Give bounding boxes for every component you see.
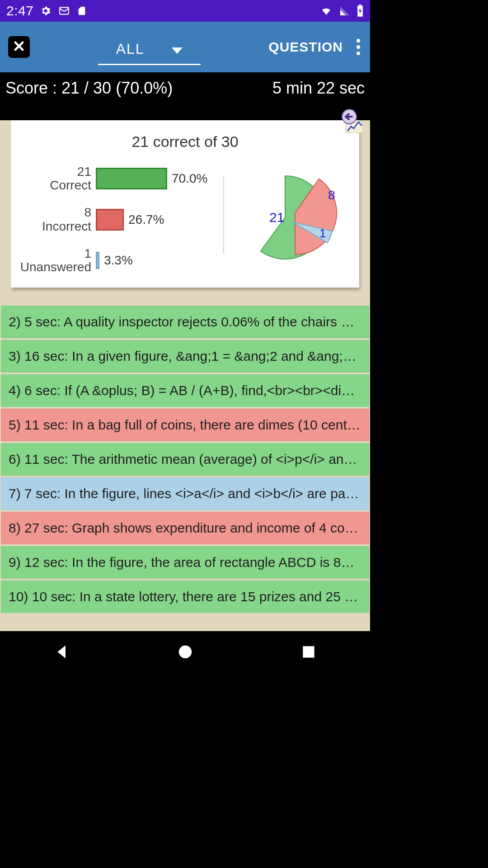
- legend-count: 8: [20, 206, 91, 219]
- results-chart-card: 21 correct of 30 21 Correct 70.0% 8: [11, 120, 359, 288]
- legend-series-name: Unanswered: [20, 260, 91, 274]
- chart-legend: 21 Correct 70.0% 8 Incorrect 2: [20, 165, 214, 274]
- legend-series-name: Correct: [20, 179, 91, 192]
- legend-pct: 26.7%: [128, 212, 164, 227]
- page-body: 21 correct of 30 21 Correct 70.0% 8: [0, 120, 370, 631]
- score-bar: Score : 21 / 30 (70.0%) 5 min 22 sec: [0, 72, 370, 104]
- pie-chart: 21 8 1: [229, 168, 350, 272]
- question-item[interactable]: 10) 10 sec: In a state lottery, there ar…: [1, 580, 369, 613]
- sd-card-icon: [77, 5, 87, 17]
- pie-label-incorrect: 8: [328, 188, 335, 202]
- app-bar: ALL QUESTION: [0, 22, 370, 72]
- filter-label: ALL: [116, 41, 145, 57]
- wifi-icon: [319, 5, 333, 16]
- score-text: Score : 21 / 30 (70.0%): [5, 79, 173, 98]
- question-list[interactable]: 2) 5 sec: A quality inspector rejects 0.…: [0, 306, 370, 613]
- legend-row-unanswered: 1 Unanswered 3.3%: [20, 247, 214, 274]
- pie-label-correct: 21: [269, 210, 284, 225]
- battery-charging-icon: [357, 5, 364, 17]
- chart-divider: [223, 176, 224, 254]
- question-item[interactable]: 3) 16 sec: In a given figure, &ang;1 = &…: [1, 340, 369, 373]
- gmail-icon: [58, 5, 70, 17]
- status-clock: 2:47: [6, 3, 33, 19]
- question-item[interactable]: 6) 11 sec: The arithmetic mean (average)…: [1, 443, 369, 476]
- android-nav-bar: [0, 631, 370, 658]
- android-status-bar: 2:47: [0, 0, 370, 22]
- filter-dropdown[interactable]: ALL: [98, 34, 201, 65]
- question-item[interactable]: 7) 7 sec: In the figure, lines <i>a</i> …: [1, 477, 369, 510]
- legend-count: 21: [20, 165, 91, 179]
- nav-home-button[interactable]: [177, 643, 194, 658]
- legend-row-correct: 21 Correct 70.0%: [20, 165, 214, 192]
- svg-rect-2: [359, 5, 361, 5]
- bar-unanswered: [96, 252, 99, 269]
- question-item[interactable]: 5) 11 sec: In a bag full of coins, there…: [1, 409, 369, 441]
- settings-icon: [40, 5, 52, 17]
- bar-correct: [96, 168, 167, 189]
- results-history-button[interactable]: [338, 108, 364, 133]
- overflow-menu-button[interactable]: [355, 36, 362, 58]
- question-item[interactable]: 8) 27 sec: Graph shows expenditure and i…: [1, 512, 369, 544]
- legend-pct: 70.0%: [172, 171, 207, 186]
- close-icon: [13, 40, 25, 54]
- cell-signal-icon: [339, 5, 350, 16]
- svg-rect-6: [303, 646, 314, 657]
- bar-incorrect: [96, 209, 124, 231]
- svg-point-5: [178, 646, 192, 658]
- pie-label-unanswered: 1: [319, 226, 326, 240]
- legend-count: 1: [20, 247, 91, 260]
- legend-pct: 3.3%: [104, 253, 133, 268]
- time-text: 5 min 22 sec: [272, 79, 365, 98]
- legend-series-name: Incorrect: [20, 220, 91, 233]
- question-item[interactable]: 9) 12 sec: In the figure, the area of re…: [1, 546, 369, 579]
- chevron-down-icon: [172, 41, 183, 57]
- nav-recent-button[interactable]: [300, 643, 317, 658]
- close-button[interactable]: [8, 36, 30, 58]
- question-item[interactable]: 2) 5 sec: A quality inspector rejects 0.…: [1, 306, 369, 338]
- chart-title: 21 correct of 30: [20, 133, 350, 151]
- question-button-label: QUESTION: [268, 39, 343, 54]
- question-item[interactable]: 4) 6 sec: If (A &oplus; B) = AB / (A+B),…: [1, 374, 369, 407]
- nav-back-button[interactable]: [53, 643, 70, 658]
- legend-row-incorrect: 8 Incorrect 26.7%: [20, 206, 214, 233]
- question-button[interactable]: QUESTION: [268, 39, 343, 55]
